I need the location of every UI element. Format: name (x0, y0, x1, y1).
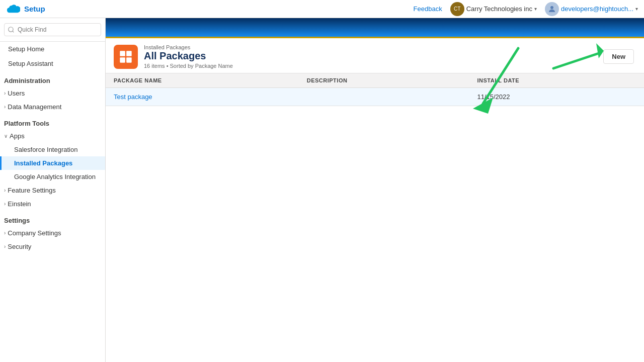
new-button[interactable]: New (603, 49, 634, 64)
apps-chevron-icon: ∨ (4, 133, 8, 139)
user-selector[interactable]: developers@hightouch... ▾ (545, 2, 638, 16)
svg-rect-4 (126, 57, 131, 63)
sidebar-apps-label: Apps (10, 132, 25, 140)
cell-package-name: Test package (106, 88, 299, 106)
col-install-date: INSTALL DATE (469, 73, 644, 88)
sidebar-company-settings-label: Company Settings (8, 229, 61, 237)
sidebar-search-container (0, 18, 105, 42)
salesforce-logo-icon (6, 2, 20, 16)
org-chevron-icon: ▾ (534, 6, 537, 12)
einstein-chevron-icon: › (4, 201, 6, 207)
header-left: Setup (6, 2, 45, 16)
feedback-link[interactable]: Feedback (414, 5, 442, 13)
sidebar-item-salesforce-integration[interactable]: Salesforce Integration (0, 143, 105, 156)
sidebar-item-google-analytics[interactable]: Google Analytics Integration (0, 170, 105, 184)
user-name: developers@hightouch... (561, 5, 633, 13)
org-avatar: CT (450, 2, 464, 16)
col-description: DESCRIPTION (299, 73, 469, 88)
cell-install-date: 11/15/2022 (469, 88, 644, 106)
main-content: Installed Packages All Packages 16 items… (106, 18, 644, 362)
sidebar: Setup Home Setup Assistant Administratio… (0, 18, 106, 362)
table-header: PACKAGE NAME DESCRIPTION INSTALL DATE (106, 73, 644, 88)
package-icon (114, 45, 138, 69)
search-input[interactable] (4, 23, 101, 36)
content-area: Installed Packages All Packages 16 items… (106, 38, 644, 362)
packages-table: PACKAGE NAME DESCRIPTION INSTALL DATE Te… (106, 73, 644, 106)
sidebar-item-security[interactable]: › Security (0, 240, 105, 253)
sidebar-einstein-label: Einstein (8, 200, 31, 208)
sidebar-setup-home[interactable]: Setup Home (0, 42, 105, 56)
page-title: All Packages (144, 50, 233, 62)
security-chevron-icon: › (4, 244, 6, 249)
user-avatar (545, 2, 559, 16)
content-titles: Installed Packages All Packages 16 items… (144, 44, 233, 69)
sidebar-section-platform-tools: Platform Tools (0, 114, 105, 129)
table-row: Test package 11/15/2022 (106, 88, 644, 106)
svg-rect-2 (126, 51, 131, 56)
content-header: Installed Packages All Packages 16 items… (106, 38, 644, 73)
feature-settings-chevron-icon: › (4, 188, 6, 193)
sidebar-item-company-settings[interactable]: › Company Settings (0, 226, 105, 240)
sidebar-item-feature-settings[interactable]: › Feature Settings (0, 184, 105, 197)
content-subtitle: Installed Packages (144, 44, 233, 50)
svg-rect-1 (120, 51, 125, 56)
setup-title: Setup (24, 5, 45, 13)
org-selector[interactable]: CT Carry Technologies inc ▾ (450, 2, 537, 16)
sidebar-section-settings: Settings (0, 211, 105, 226)
package-name-link[interactable]: Test package (114, 93, 152, 101)
package-icon-svg (119, 50, 133, 64)
sidebar-item-installed-packages[interactable]: Installed Packages (0, 156, 105, 170)
company-settings-chevron-icon: › (4, 230, 6, 236)
sidebar-users-label: Users (8, 89, 25, 97)
svg-rect-3 (120, 57, 125, 63)
sidebar-item-apps[interactable]: ∨ Apps (0, 129, 105, 143)
col-package-name: PACKAGE NAME (106, 73, 299, 88)
sidebar-setup-assistant[interactable]: Setup Assistant (0, 56, 105, 71)
header-right: Feedback CT Carry Technologies inc ▾ dev… (414, 2, 638, 16)
cell-description (299, 88, 469, 106)
content-header-left: Installed Packages All Packages 16 items… (114, 44, 233, 69)
users-chevron-icon: › (4, 90, 6, 96)
page-meta: 16 items • Sorted by Package Name (144, 63, 233, 69)
svg-point-0 (550, 6, 553, 9)
top-header: Setup Feedback CT Carry Technologies inc… (0, 0, 644, 18)
user-chevron-icon: ▾ (635, 6, 638, 12)
page-header-stripe (106, 18, 644, 38)
table-body: Test package 11/15/2022 (106, 88, 644, 106)
data-mgmt-chevron-icon: › (4, 104, 6, 110)
sidebar-item-users[interactable]: › Users (0, 86, 105, 100)
sidebar-feature-settings-label: Feature Settings (8, 187, 55, 194)
org-name: Carry Technologies inc (466, 5, 532, 13)
sidebar-security-label: Security (8, 243, 31, 250)
main-layout: Setup Home Setup Assistant Administratio… (0, 18, 644, 362)
sidebar-item-einstein[interactable]: › Einstein (0, 197, 105, 211)
sidebar-data-mgmt-label: Data Management (8, 103, 61, 111)
sidebar-section-administration: Administration (0, 71, 105, 86)
table-container: PACKAGE NAME DESCRIPTION INSTALL DATE Te… (106, 73, 644, 106)
sidebar-item-data-management[interactable]: › Data Management (0, 100, 105, 114)
